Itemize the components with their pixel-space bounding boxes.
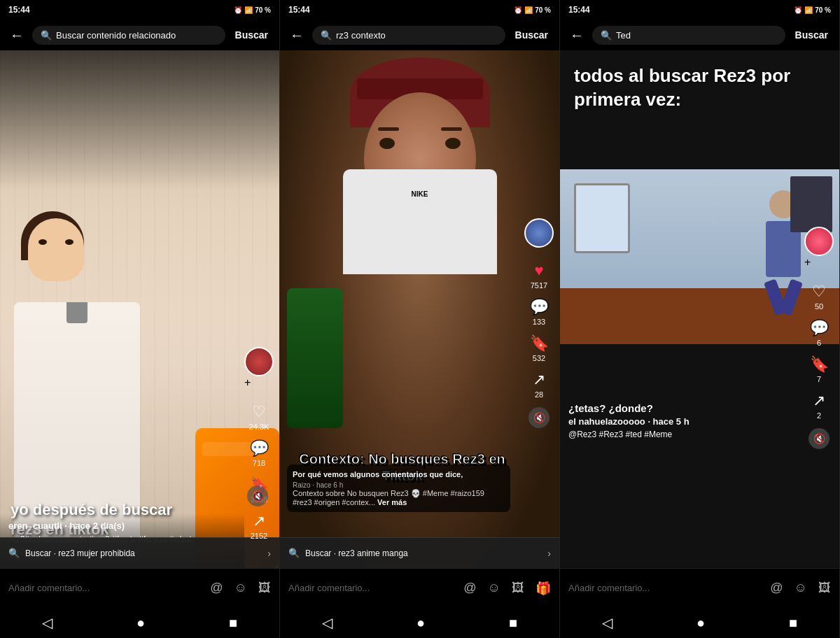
share-count-3: 2 — [817, 411, 821, 420]
avatar-wrap-2 — [524, 218, 554, 248]
bookmark-button-2[interactable]: 🔖 532 — [530, 334, 549, 362]
share-icon-3: ↗ — [813, 392, 825, 410]
battery-text-3: 70 % — [815, 6, 831, 14]
comment-icon-3: 💬 — [810, 319, 829, 337]
cb-meta-2: Raizo · hace 6 h — [293, 481, 505, 489]
right-sidebar-2: ♥ 7517 💬 133 🔖 532 ↗ 28 🔇 — [524, 218, 554, 428]
follow-badge-3[interactable]: + — [804, 256, 834, 269]
eye-left-2 — [379, 138, 395, 149]
comment-count-2: 133 — [533, 318, 545, 326]
like-button-1[interactable]: ♡ 24.3K — [249, 403, 270, 431]
search-bar-3: ← 🔍 Ted Buscar — [560, 20, 839, 50]
heart-icon-3: ♡ — [812, 283, 826, 301]
heart-icon-1: ♡ — [252, 403, 266, 421]
share-count-2: 28 — [535, 390, 543, 399]
avatar-1[interactable] — [244, 347, 274, 376]
cb-title-2: Por qué vemos algunos comentarios que di… — [293, 470, 505, 478]
at-icon-1[interactable]: @ — [210, 581, 223, 595]
comment-button-1[interactable]: 💬 718 — [250, 439, 269, 467]
shirt-2: NIKE — [343, 169, 497, 274]
share-button-1[interactable]: ↗ 2152 — [251, 512, 267, 540]
signal-icon-1: 📶 — [244, 6, 253, 14]
eyebrow-left-2 — [378, 127, 399, 131]
back-sys-btn-2[interactable]: ◁ — [322, 614, 332, 631]
at-icon-2[interactable]: @ — [463, 581, 476, 596]
recent-sys-btn-2[interactable]: ■ — [509, 615, 517, 631]
share-button-2[interactable]: ↗ 28 — [533, 371, 545, 399]
back-sys-btn-1[interactable]: ◁ — [42, 614, 52, 631]
back-button-2[interactable]: ← — [287, 24, 307, 46]
video-area-3: todos al buscar Rez3 por primera vez: — [560, 50, 839, 568]
recent-sys-btn-3[interactable]: ■ — [789, 615, 797, 631]
comment-button-3[interactable]: 💬 6 — [810, 319, 829, 347]
like-count-1: 24.3K — [249, 423, 270, 431]
search-input-wrap-1[interactable]: 🔍 Buscar contenido relacionado — [32, 26, 225, 45]
comment-input-2[interactable]: Añadir comentario... — [280, 583, 463, 593]
image-icon-3[interactable]: 🖼 — [818, 581, 831, 595]
emoji-icon-3[interactable]: ☺ — [794, 581, 807, 595]
share-icon-1: ↗ — [253, 512, 265, 530]
follow-badge-1[interactable]: + — [244, 376, 274, 389]
wall-deco-3 — [790, 176, 832, 232]
bookmark-button-3[interactable]: 🔖 7 — [810, 355, 829, 383]
alarm-icon-3: ⏰ — [794, 6, 802, 14]
username-3: el nahuelazooooo · hace 5 h — [568, 416, 797, 427]
bookmark-icon-3: 🔖 — [810, 355, 829, 374]
home-sys-btn-3[interactable]: ● — [696, 615, 705, 631]
mute-button-2[interactable]: 🔇 — [528, 407, 550, 428]
gift-icon-2[interactable]: 🎁 — [536, 581, 551, 596]
right-sidebar-1: + ♡ 24.3K 💬 718 🔖 3138 ↗ 2152 — [244, 347, 274, 540]
bottom-search-1[interactable]: 🔍 Buscar · rez3 mujer prohibida › — [0, 537, 279, 568]
emoji-icon-2[interactable]: ☺ — [488, 581, 500, 596]
share-button-3[interactable]: ↗ 2 — [813, 392, 825, 420]
like-button-3[interactable]: ♡ 50 — [812, 283, 826, 311]
see-more-2[interactable]: Ver más — [377, 498, 407, 506]
avatar-wrap-1: + — [244, 347, 274, 389]
anime-eye-left — [38, 239, 47, 245]
search-input-wrap-3[interactable]: 🔍 Ted — [592, 26, 785, 45]
mute-button-3[interactable]: 🔇 — [808, 428, 830, 449]
image-icon-2[interactable]: 🖼 — [512, 581, 524, 596]
avatar-3[interactable] — [804, 227, 834, 256]
bs-search-icon-2: 🔍 — [288, 548, 300, 558]
mute-button-1[interactable]: 🔇 — [247, 485, 268, 506]
bottom-caption-3: ¿tetas? ¿donde? — [568, 402, 653, 414]
leg-right-3 — [779, 278, 803, 316]
bottom-search-2[interactable]: 🔍 Buscar · rez3 anime manga › — [280, 537, 559, 568]
bookmark-icon-2: 🔖 — [530, 334, 549, 353]
recent-sys-btn-1[interactable]: ■ — [229, 615, 237, 631]
home-sys-btn-2[interactable]: ● — [416, 615, 425, 631]
nav-bar-1: Añadir comentario... @ ☺ 🖼 — [0, 568, 279, 607]
time-1: 15:44 — [8, 5, 30, 15]
search-button-1[interactable]: Buscar — [231, 27, 272, 43]
search-button-2[interactable]: Buscar — [511, 27, 552, 43]
status-bar-3: 15:44 ⏰ 📶 70 % — [560, 0, 839, 20]
back-button-3[interactable]: ← — [567, 24, 587, 46]
back-button-1[interactable]: ← — [7, 24, 27, 46]
home-sys-btn-1[interactable]: ● — [136, 615, 145, 631]
bookmark-count-2: 532 — [533, 354, 545, 362]
image-icon-1[interactable]: 🖼 — [258, 581, 271, 595]
comment-input-1[interactable]: Añadir comentario... — [0, 583, 210, 593]
bs-arrow-2: › — [547, 548, 551, 559]
search-value-3: Ted — [616, 30, 777, 41]
video-bg-1: yo después de buscar rez3 en tiktok + ♡ … — [0, 50, 279, 568]
heart-icon-2: ♥ — [534, 262, 543, 280]
back-sys-btn-3[interactable]: ◁ — [602, 614, 612, 631]
eyebrow-right-2 — [441, 127, 462, 131]
search-input-wrap-2[interactable]: 🔍 rz3 contexto — [312, 26, 505, 45]
nav-icons-1: @ ☺ 🖼 — [210, 581, 279, 595]
emoji-icon-1[interactable]: ☺ — [234, 581, 247, 595]
at-icon-3[interactable]: @ — [770, 581, 783, 595]
search-value-2: rz3 contexto — [336, 30, 497, 41]
nav-icons-2: @ ☺ 🖼 🎁 — [463, 581, 559, 596]
room-bg-3 — [560, 169, 839, 344]
avatar-2[interactable] — [524, 218, 554, 248]
comment-icon-2: 💬 — [530, 298, 549, 316]
share-icon-2: ↗ — [533, 371, 545, 389]
status-icons-2: ⏰ 📶 70 % — [514, 6, 551, 14]
comment-button-2[interactable]: 💬 133 — [530, 298, 549, 326]
search-button-3[interactable]: Buscar — [791, 27, 832, 43]
comment-input-3[interactable]: Añadir comentario... — [560, 583, 770, 593]
like-button-2[interactable]: ♥ 7517 — [531, 262, 547, 290]
